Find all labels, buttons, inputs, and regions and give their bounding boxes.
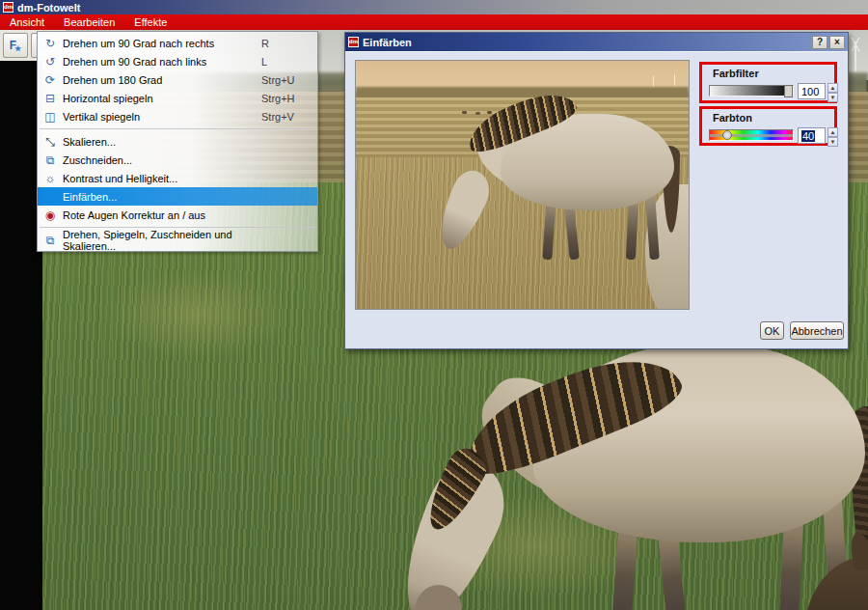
menu-item-rotate-180[interactable]: ⟳ Drehen um 180 Grad Strg+U	[38, 70, 317, 89]
menu-item-label: Drehen um 180 Grad	[63, 74, 261, 86]
einfaerben-dialog: dm Einfärben ? ×	[344, 32, 849, 349]
menu-item-shortcut: Strg+H	[261, 93, 317, 104]
menu-item-skalieren[interactable]: ⤡ Skalieren...	[38, 132, 317, 151]
farbton-slider[interactable]	[709, 129, 794, 141]
app-window: dm dm-Fotowelt Ansicht Bearbeiten Effekt…	[0, 0, 868, 610]
wind-turbine	[854, 42, 856, 72]
menu-item-shortcut: Strg+U	[261, 74, 317, 86]
farbfilter-slider-thumb[interactable]	[784, 85, 793, 97]
farbton-spinner: ▲ ▼	[827, 127, 838, 144]
menu-ansicht[interactable]: Ansicht	[0, 15, 54, 30]
menu-item-label: Kontrast und Helligkeit...	[63, 173, 261, 184]
menu-item-einfaerben[interactable]: Einfärben...	[38, 187, 317, 206]
farbton-value: 40	[801, 130, 815, 142]
spinner-down-icon[interactable]: ▼	[827, 137, 838, 147]
menu-item-flip-vertical[interactable]: ◫ Vertikal spiegeln Strg+V	[38, 107, 317, 125]
menu-item-shortcut: L	[261, 56, 317, 68]
app-titlebar: dm dm-Fotowelt	[0, 0, 868, 14]
menu-item-drehen-spiegeln-zuschneiden-skalieren[interactable]: ⧉ Drehen, Spiegeln, Zuschneiden und Skal…	[38, 231, 317, 249]
menu-item-rotate-left[interactable]: ↺ Drehen um 90 Grad nach links L	[38, 52, 317, 70]
ok-button[interactable]: OK	[760, 321, 784, 340]
menu-item-label: Vertikal spiegeln	[63, 111, 261, 123]
app-title: dm-Fotowelt	[17, 2, 80, 14]
menu-item-shortcut: Strg+V	[261, 111, 317, 123]
farbfilter-label: Farbfilter	[713, 68, 759, 79]
farbfilter-slider[interactable]	[709, 85, 794, 97]
menu-item-zuschneiden[interactable]: ⧉ Zuschneiden...	[38, 151, 317, 169]
dialog-help-button[interactable]: ?	[812, 36, 827, 49]
spinner-up-icon[interactable]: ▲	[827, 127, 838, 137]
preview-wind-turbine	[674, 74, 675, 86]
cancel-button[interactable]: Abbrechen	[790, 321, 844, 340]
menu-separator	[40, 128, 315, 129]
menu-item-rotate-right[interactable]: ↻ Drehen um 90 Grad nach rechts R	[38, 34, 317, 52]
preview-image	[355, 60, 690, 310]
rotate-180-icon: ⟳	[38, 73, 63, 87]
farbton-label: Farbton	[713, 112, 752, 124]
menu-item-label: Drehen um 90 Grad nach rechts	[63, 38, 261, 49]
menu-bar: Ansicht Bearbeiten Effekte	[0, 14, 868, 30]
menu-item-label: Skalieren...	[63, 136, 261, 148]
dialog-title: Einfärben	[363, 37, 412, 48]
rotate-right-icon: ↻	[38, 37, 63, 50]
dialog-logo-icon: dm	[348, 37, 359, 47]
farbfilter-annotation-box: Farbfilter 100 ▲ ▼	[699, 62, 837, 103]
menu-item-flip-horizontal[interactable]: ⊟ Horizontal spiegeln Strg+H	[38, 89, 317, 107]
farbfilter-value-field[interactable]: 100	[798, 83, 826, 99]
effects-button[interactable]: F ★	[3, 33, 28, 58]
grass-patch	[100, 271, 293, 358]
dialog-body: Farbfilter 100 ▲ ▼ Farbton	[345, 51, 848, 348]
star-icon: ★	[14, 44, 21, 53]
spinner-up-icon[interactable]: ▲	[827, 83, 838, 93]
farbton-annotation-box: Farbton 40 ▲ ▼	[699, 106, 837, 146]
menu-item-label: Horizontal spiegeln	[63, 93, 261, 104]
farbton-value-field[interactable]: 40	[798, 127, 826, 144]
crop-icon: ⧉	[38, 234, 63, 247]
menu-item-shortcut: R	[261, 38, 317, 49]
menu-item-label: Zuschneiden...	[63, 154, 261, 166]
scale-icon: ⤡	[38, 135, 63, 149]
menu-bearbeiten[interactable]: Bearbeiten	[54, 15, 124, 30]
crop-icon: ⧉	[38, 153, 63, 167]
menu-effekte[interactable]: Effekte	[124, 15, 176, 30]
farbfilter-spinner: ▲ ▼	[827, 83, 838, 99]
menu-item-kontrast-helligkeit[interactable]: ☼ Kontrast und Helligkeit...	[38, 169, 317, 187]
farbfilter-value: 100	[801, 86, 819, 97]
dialog-titlebar[interactable]: dm Einfärben ? ×	[345, 33, 848, 51]
edit-menu-dropdown: ↻ Drehen um 90 Grad nach rechts R ↺ Dreh…	[37, 31, 318, 252]
dialog-close-button[interactable]: ×	[829, 36, 845, 49]
menu-item-label: Einfärben...	[63, 191, 261, 203]
farbton-slider-thumb[interactable]	[722, 130, 732, 140]
flip-vertical-icon: ◫	[38, 110, 63, 124]
spinner-down-icon[interactable]: ▼	[827, 93, 838, 102]
menu-item-label: Drehen, Spiegeln, Zuschneiden und Skalie…	[63, 229, 261, 252]
app-logo-icon: dm	[3, 2, 14, 13]
red-eye-icon: ◉	[38, 208, 63, 222]
menu-item-label: Drehen um 90 Grad nach links	[63, 56, 261, 68]
rotate-left-icon: ↺	[38, 55, 63, 69]
menu-item-rote-augen[interactable]: ◉ Rote Augen Korrektur an / aus	[38, 206, 317, 224]
preview-distant-horses	[462, 111, 467, 114]
menu-item-label: Rote Augen Korrektur an / aus	[63, 209, 261, 221]
flip-horizontal-icon: ⊟	[38, 92, 63, 105]
brightness-icon: ☼	[38, 172, 63, 185]
